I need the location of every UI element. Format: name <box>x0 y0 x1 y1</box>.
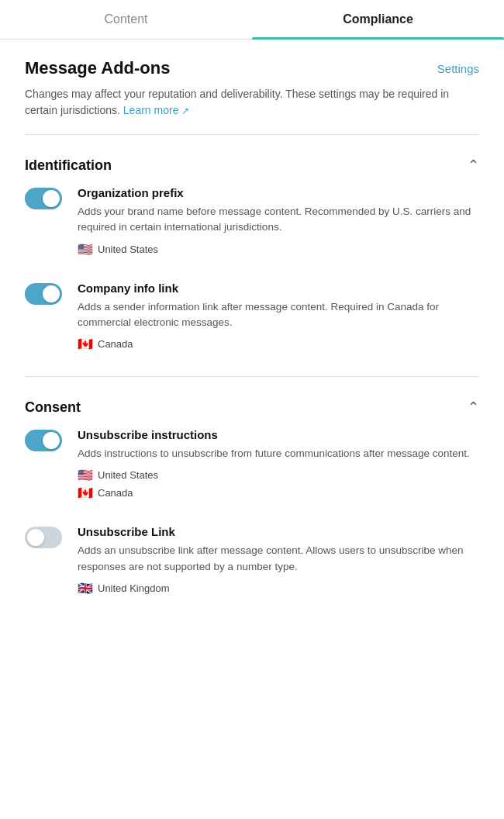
company-info-link-title: Company info link <box>78 282 479 295</box>
page-title: Message Add-ons <box>25 58 170 78</box>
unsubscribe-instructions-toggle[interactable] <box>25 430 62 451</box>
consent-section-header[interactable]: Consent ⌃ <box>25 392 479 428</box>
unsubscribe-link-title: Unsubscribe Link <box>78 525 479 538</box>
settings-link[interactable]: Settings <box>437 62 479 75</box>
identification-section-header[interactable]: Identification ⌃ <box>25 150 479 186</box>
org-prefix-item: Organization prefix Adds your brand name… <box>25 186 479 260</box>
company-info-link-item: Company info link Adds a sender informat… <box>25 282 479 355</box>
unsubscribe-instructions-item: Unsubscribe instructions Adds instructio… <box>25 428 479 503</box>
main-content: Message Add-ons Settings Changes may aff… <box>0 40 504 639</box>
unsubscribe-link-toggle[interactable] <box>25 527 62 548</box>
learn-more-link[interactable]: Learn more ↗ <box>123 104 189 116</box>
unsubscribe-link-content: Unsubscribe Link Adds an unsubscribe lin… <box>78 525 479 599</box>
unsubscribe-link-desc: Adds an unsubscribe link after message c… <box>78 543 479 575</box>
unsubscribe-link-flag-0: 🇬🇧 United Kingdom <box>78 581 479 596</box>
ca-flag-icon-2: 🇨🇦 <box>78 486 93 500</box>
org-prefix-content: Organization prefix Adds your brand name… <box>78 186 479 260</box>
us-flag-icon-2: 🇺🇸 <box>78 468 93 482</box>
us-flag-icon: 🇺🇸 <box>78 242 93 257</box>
org-prefix-toggle[interactable] <box>25 188 62 209</box>
unsubscribe-instructions-desc: Adds instructions to unsubscribe from fu… <box>78 446 479 461</box>
unsubscribe-instructions-content: Unsubscribe instructions Adds instructio… <box>78 428 479 503</box>
company-info-link-toggle[interactable] <box>25 283 62 305</box>
unsubscribe-link-item: Unsubscribe Link Adds an unsubscribe lin… <box>25 525 479 599</box>
description-text: Changes may affect your reputation and d… <box>25 86 479 119</box>
unsubscribe-instructions-flag-1: 🇨🇦 Canada <box>78 486 479 500</box>
identification-title: Identification <box>25 157 112 174</box>
consent-divider <box>25 376 479 377</box>
org-prefix-flag-0: 🇺🇸 United States <box>78 242 479 257</box>
page-header: Message Add-ons Settings <box>25 58 479 78</box>
external-link-icon: ↗ <box>181 105 189 116</box>
top-divider <box>25 134 479 135</box>
org-prefix-title: Organization prefix <box>78 186 479 199</box>
consent-title: Consent <box>25 399 81 416</box>
tab-content[interactable]: Content <box>0 0 252 39</box>
company-info-flag-0: 🇨🇦 Canada <box>78 337 479 351</box>
company-info-link-desc: Adds a sender information link after mes… <box>78 299 479 331</box>
tab-compliance[interactable]: Compliance <box>252 0 504 39</box>
unsubscribe-instructions-title: Unsubscribe instructions <box>78 428 479 441</box>
gb-flag-icon: 🇬🇧 <box>78 581 93 596</box>
consent-chevron: ⌃ <box>468 399 479 416</box>
identification-chevron: ⌃ <box>468 157 479 174</box>
tab-bar: Content Compliance <box>0 0 504 40</box>
company-info-link-content: Company info link Adds a sender informat… <box>78 282 479 355</box>
org-prefix-desc: Adds your brand name before message cont… <box>78 204 479 236</box>
unsubscribe-instructions-flag-0: 🇺🇸 United States <box>78 468 479 482</box>
ca-flag-icon: 🇨🇦 <box>78 337 93 351</box>
